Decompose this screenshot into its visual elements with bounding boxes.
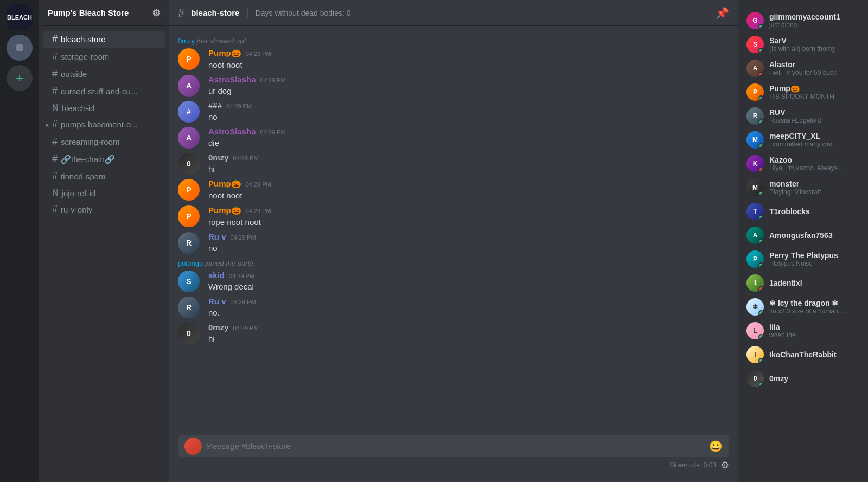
member-status-text: Platypus Noise (769, 260, 859, 267)
member-status-text: Russian-Edgelord (769, 117, 859, 124)
member-item-1adentlxl[interactable]: 11adentlxl (742, 271, 864, 295)
message-avatar: A (178, 75, 200, 97)
message-author[interactable]: ### (208, 101, 222, 110)
message-author[interactable]: Pump🎃 (208, 48, 241, 58)
member-name: 0mzy (769, 374, 859, 383)
message-time: 04:29 PM (231, 299, 256, 305)
channel-header: # bleach-store | Days without dead bodie… (169, 0, 738, 26)
message-author[interactable]: Ru v (208, 232, 226, 241)
channel-hash-icon: # (178, 6, 184, 20)
channel-name-header: bleach-store (191, 8, 239, 17)
message-text: hi (208, 163, 729, 175)
message-group: 00mzy04:29 PMhi (169, 322, 738, 345)
member-item-monster[interactable]: MmonsterPlaying: Minecraft (742, 176, 864, 200)
add-server-button[interactable]: + (7, 65, 33, 91)
message-content: AstroSlasha04:29 PMdie (208, 127, 729, 149)
channel-name-label: tinned-spam (61, 172, 106, 181)
chat-settings-icon[interactable]: ⚙ (720, 459, 729, 471)
member-item-sarv[interactable]: SSarV(Is with all) born thorny (742, 33, 864, 56)
input-area: 😀 Slowmode: 0:03 ⚙ (169, 435, 738, 482)
message-header: ###04:29 PM (208, 101, 729, 110)
member-info: ❄ Icy the dragon ❄im x3.3 size of a huma… (769, 299, 859, 315)
message-text: no. (208, 307, 729, 318)
channel-item-bleach-store[interactable]: #bleach-store (43, 31, 165, 48)
message-author[interactable]: Pump🎃 (208, 179, 241, 189)
message-avatar: S (178, 271, 200, 292)
system-user: 0mzy (178, 37, 195, 45)
member-item-amongusfan7563[interactable]: AAmongusfan7563 (742, 223, 864, 247)
message-input[interactable] (206, 435, 705, 457)
message-group: ####04:29 PMno (169, 100, 738, 124)
member-item-kazoo[interactable]: KKazooHiya, I'm kazoo. Always... (742, 152, 864, 176)
message-text: rope noot noot (208, 216, 729, 228)
member-item-lila[interactable]: Llilawhen the (742, 319, 864, 343)
channel-item-pumps-basement-o[interactable]: ▸#pumps-basement-o... (43, 116, 165, 133)
message-input-wrapper: 😀 (178, 435, 729, 457)
member-avatar: A (746, 227, 764, 244)
channel-item-jojo-ref-id[interactable]: Njojo-ref-id (43, 185, 165, 201)
member-info: Alastori will _k you for 50 buck (769, 60, 859, 76)
message-author[interactable]: AstroSlasha (208, 75, 256, 84)
system-user: gobingo (178, 259, 203, 267)
emoji-button[interactable]: 😀 (709, 440, 723, 453)
message-author[interactable]: 0mzy (208, 153, 229, 162)
member-status-dot (758, 167, 764, 172)
message-text: no (208, 111, 729, 123)
channel-item-cursed-stuff-and-cu[interactable]: #cursed-stuff-and-cu... (43, 83, 165, 100)
member-avatar: I (746, 346, 764, 363)
member-avatar: 1 (746, 274, 764, 292)
member-item-alastor[interactable]: AAlastori will _k you for 50 buck (742, 56, 864, 80)
header-divider: | (246, 7, 248, 19)
message-avatar: P (178, 179, 200, 201)
message-content: ###04:29 PMno (208, 101, 729, 123)
member-item-icy[interactable]: ❄❄ Icy the dragon ❄im x3.3 size of a hum… (742, 295, 864, 319)
message-header: AstroSlasha04:29 PM (208, 75, 729, 84)
member-info: SarV(Is with all) born thorny (769, 36, 859, 53)
pin-icon[interactable]: 📌 (716, 7, 729, 20)
server-settings-icon[interactable]: ⚙ (152, 7, 161, 19)
member-item-t1roblocks[interactable]: TT1roblocks (742, 200, 864, 223)
channel-item-bleach-id[interactable]: Nbleach-id (43, 100, 165, 115)
member-item-perry[interactable]: PPerry The PlatypusPlatypus Noise (742, 247, 864, 271)
message-author[interactable]: skid (208, 271, 225, 280)
message-group: RRu v04:29 PMno. (169, 295, 738, 319)
channel-item-tinned-spam[interactable]: #tinned-spam (43, 168, 165, 185)
server-name-header[interactable]: Pump's Bleach Store ⚙ (39, 0, 169, 26)
member-status-dot (758, 48, 764, 53)
second-server-img (12, 40, 27, 55)
channel-expand-icon: ▸ (46, 121, 49, 128)
message-header: AstroSlasha04:29 PM (208, 127, 729, 136)
message-content: 0mzy04:29 PMhi (208, 153, 729, 175)
message-author[interactable]: Ru v (208, 297, 226, 306)
channel-item-ru-v-only[interactable]: #ru-v-only (43, 201, 165, 218)
member-item-ikochan[interactable]: IIkoChanTheRabbit (742, 343, 864, 367)
main-content: # bleach-store | Days without dead bodie… (169, 0, 738, 482)
message-avatar: A (178, 127, 200, 149)
message-author[interactable]: 0mzy (208, 323, 229, 332)
channel-item-screaming-room[interactable]: #screaming-room (43, 133, 165, 150)
channel-item-the-chain[interactable]: #🔗the-chain🔗 (43, 151, 165, 168)
server-icon-second[interactable] (7, 35, 33, 61)
member-item-giimmemyaccount1[interactable]: Ggiimmemyaccount1just alone. (742, 9, 864, 33)
member-status-text: Playing: Minecraft (769, 188, 859, 196)
channel-item-storage-room[interactable]: #storage-room (43, 48, 165, 65)
server-icon-bleach[interactable]: BLEACH (7, 4, 33, 30)
message-content: Pump🎃04:29 PMrope noot noot (208, 205, 729, 228)
message-header: Ru v04:29 PM (208, 232, 729, 241)
slowmode-label: Slowmode: 0:03 (669, 461, 716, 469)
message-author[interactable]: AstroSlasha (208, 127, 256, 136)
member-item-0mzy[interactable]: 00mzy (742, 367, 864, 390)
member-item-ruv[interactable]: RRUVRussian-Edgelord (742, 104, 864, 128)
member-avatar: P (746, 250, 764, 268)
message-author[interactable]: Pump🎃 (208, 205, 241, 215)
message-text: die (208, 137, 729, 149)
member-item-meepcity[interactable]: MmeepCITY_XLi committed many war... (742, 128, 864, 152)
member-name: monster (769, 179, 859, 188)
channel-name-label: bleach-id (62, 104, 95, 113)
member-info: Perry The PlatypusPlatypus Noise (769, 251, 859, 267)
member-status-text: (Is with all) born thorny (769, 45, 859, 53)
message-avatar: 0 (178, 153, 200, 175)
message-group: 00mzy04:29 PMhi (169, 152, 738, 176)
member-item-pump[interactable]: PPump🎃ITS SPOOKY MONTH (742, 80, 864, 104)
channel-item-outside[interactable]: #outside (43, 66, 165, 82)
